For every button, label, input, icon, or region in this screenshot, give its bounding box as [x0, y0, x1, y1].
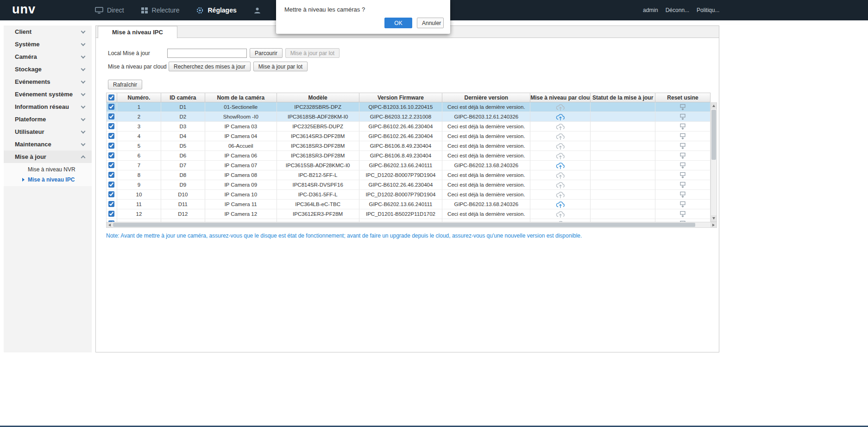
row-checkbox[interactable]	[108, 152, 114, 158]
cell-factory-reset	[655, 200, 711, 209]
sidebar-item-2[interactable]: Caméra	[4, 50, 92, 63]
cell-id: D9	[161, 180, 205, 190]
cloud-upgrade-icon[interactable]	[555, 162, 566, 170]
factory-reset-icon[interactable]	[679, 172, 686, 180]
gear-icon	[196, 6, 204, 14]
sidebar-subitem-0[interactable]: Mise à niveau NVR	[4, 164, 92, 175]
row-select-cell	[107, 170, 117, 180]
table-row[interactable]: 11D11IP Camera 11IPC364LB-eC-TBCGIPC-B62…	[107, 200, 711, 209]
sidebar-item-4[interactable]: Evénements	[4, 75, 92, 88]
browse-button[interactable]: Parcourir	[250, 48, 283, 58]
cell-name: IP Camera 03	[205, 122, 277, 132]
cell-upgrade-status	[591, 132, 655, 141]
cloud-upgrade-icon[interactable]	[555, 123, 566, 132]
factory-reset-icon[interactable]	[679, 201, 686, 209]
scroll-up-arrow[interactable]	[711, 103, 717, 109]
table-row[interactable]: 5D506-AccueilIPC3618SR3-DPF28MGIPC-B6106…	[107, 141, 711, 151]
scroll-left-arrow[interactable]	[107, 222, 113, 227]
scroll-down-arrow[interactable]	[711, 215, 717, 221]
factory-reset-icon[interactable]	[679, 182, 686, 190]
cell-cloud-upgrade	[530, 112, 591, 122]
factory-reset-icon[interactable]	[679, 191, 686, 200]
refresh-button[interactable]: Rafraîchir	[108, 80, 142, 89]
table-row[interactable]: 9D9IP Camera 09IPC814SR-DVSPF16GIPC-B610…	[107, 180, 711, 190]
check-updates-button[interactable]: Recherchez des mises à jour	[169, 62, 251, 71]
app-window: unv DirectRelectureRéglages admin Déconn…	[0, 0, 868, 427]
cloud-upgrade-icon[interactable]	[555, 172, 566, 180]
factory-reset-icon[interactable]	[679, 133, 686, 141]
table-row[interactable]: 6D6IP Camera 06IPC3618SR3-DPF28MGIPC-B61…	[107, 151, 711, 161]
tab-mise-a-niveau-ipc[interactable]: Mise à niveau IPC	[98, 26, 177, 38]
cloud-upgrade-icon[interactable]	[555, 133, 566, 141]
upgrade-file-input[interactable]	[167, 49, 247, 58]
table-row[interactable]: 3D3IP Camera 03IPC2325EBR5-DUPZGIPC-B610…	[107, 122, 711, 132]
sidebar-item-0[interactable]: Client	[4, 25, 92, 38]
cell-name: IP Camera 09	[205, 180, 277, 190]
cloud-batch-upgrade-button[interactable]: Mise à jour par lot	[253, 62, 308, 71]
table-row[interactable]: 2D2ShowRoom -I0IPC3618SB-ADF28KM-I0GIPC-…	[107, 112, 711, 122]
privacy-policy-link[interactable]: Politiqu...	[697, 7, 719, 13]
factory-reset-icon[interactable]	[679, 211, 686, 219]
sidebar-item-label: Mise à jour	[15, 153, 46, 160]
sidebar-item-3[interactable]: Stockage	[4, 63, 92, 75]
sidebar-item-1[interactable]: Système	[4, 38, 92, 50]
table-row[interactable]: 7D7IP Camera 07IPC3615SB-ADF28KMC-I0GIPC…	[107, 161, 711, 170]
row-checkbox[interactable]	[108, 143, 114, 149]
scroll-right-arrow[interactable]	[711, 222, 717, 227]
ok-button[interactable]: OK	[384, 18, 412, 28]
cloud-upgrade-icon[interactable]	[555, 211, 566, 219]
sidebar-item-7[interactable]: Plateforme	[4, 113, 92, 126]
row-checkbox[interactable]	[108, 113, 114, 119]
vertical-scroll-thumb[interactable]	[711, 110, 716, 160]
row-checkbox[interactable]	[108, 123, 114, 129]
vertical-scrollbar[interactable]	[711, 102, 717, 222]
cell-fw: GIPC-B6202.13.66.240111	[359, 200, 443, 209]
local-batch-upgrade-button[interactable]: Mise à jour par lot	[285, 48, 340, 58]
chevron-up-icon	[81, 156, 86, 160]
nav-item-relecture[interactable]: Relecture	[141, 6, 180, 14]
cloud-upgrade-icon[interactable]	[555, 113, 566, 122]
nav-item-direct[interactable]: Direct	[95, 6, 124, 14]
logout-link[interactable]: Déconn...	[666, 7, 689, 13]
factory-reset-icon[interactable]	[679, 162, 686, 170]
sidebar-item-6[interactable]: Information réseau	[4, 100, 92, 113]
table-row[interactable]: 12D12IP Camera 12IPC3612ER3-PF28MIPC_D12…	[107, 209, 711, 219]
row-checkbox[interactable]	[108, 201, 114, 207]
nav-item-user[interactable]	[253, 7, 261, 14]
cloud-upgrade-icon[interactable]	[555, 182, 566, 190]
factory-reset-icon[interactable]	[679, 113, 686, 122]
sidebar-item-9[interactable]: Maintenance	[4, 138, 92, 151]
row-checkbox[interactable]	[108, 172, 114, 178]
cell-latest: Ceci est déjà la dernière version.	[442, 102, 530, 112]
factory-reset-icon[interactable]	[679, 152, 686, 161]
nav-item-réglages[interactable]: Réglages	[196, 6, 236, 14]
factory-reset-icon[interactable]	[679, 143, 686, 151]
row-checkbox[interactable]	[108, 133, 114, 139]
cloud-upgrade-icon[interactable]	[555, 104, 566, 112]
cell-name: 01-Sectionelle	[205, 102, 277, 112]
table-row[interactable]: 1D101-SectionelleIPC2328SBR5-DPZQIPC-B12…	[107, 102, 711, 112]
sidebar-item-10[interactable]: Mise à jour	[4, 151, 92, 163]
select-all-checkbox[interactable]	[108, 94, 114, 100]
row-checkbox[interactable]	[108, 182, 114, 188]
row-checkbox[interactable]	[108, 162, 114, 168]
table-row[interactable]: 10D10IP Camera 10IPC-D361-5FF-LIPC_D1202…	[107, 190, 711, 200]
cloud-upgrade-icon[interactable]	[555, 152, 566, 161]
sidebar-subitem-1[interactable]: Mise à niveau IPC	[4, 175, 92, 185]
row-checkbox[interactable]	[108, 191, 114, 197]
sidebar-item-8[interactable]: Utilisateur	[4, 126, 92, 138]
row-checkbox[interactable]	[108, 211, 114, 217]
factory-reset-icon[interactable]	[679, 123, 686, 132]
row-checkbox[interactable]	[108, 104, 114, 110]
sidebar-item-5[interactable]: Evénement système	[4, 88, 92, 100]
cloud-upgrade-icon[interactable]	[555, 191, 566, 200]
table-row[interactable]: 8D8IP Camera 08IPC-B212-5FF-LIPC_D1202-B…	[107, 170, 711, 180]
chevron-down-icon	[81, 91, 86, 96]
cloud-upgrade-icon[interactable]	[555, 201, 566, 209]
factory-reset-icon[interactable]	[679, 104, 686, 112]
cloud-upgrade-icon[interactable]	[555, 143, 566, 151]
horizontal-scrollbar[interactable]	[106, 222, 717, 228]
horizontal-scroll-thumb[interactable]	[113, 223, 695, 227]
cancel-button[interactable]: Annuler	[417, 18, 444, 28]
table-row[interactable]: 4D4IP Camera 04IPC3614SR3-DPF28MGIPC-B61…	[107, 132, 711, 141]
